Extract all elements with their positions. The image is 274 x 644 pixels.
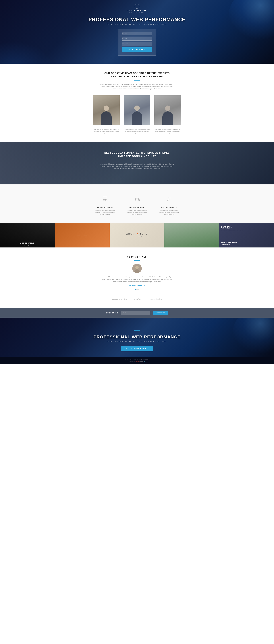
footer-bottom: © 2015 Your Logo. All Rights Reserved. D… (0, 357, 274, 364)
team-member-name: SAM KROMSTAIN (93, 126, 120, 128)
team-section-title: OUR CREATIVE TEAM CONSISTS OF THE EXPERT… (5, 72, 269, 78)
svg-rect-1 (104, 200, 104, 200)
svg-point-9 (167, 200, 168, 201)
portfolio-item-1[interactable]: ARE CREATIVE Whatever good things we bui… (0, 224, 55, 248)
features-section: WE ARE CREATIVE Lorem ipsum dolor sit am… (0, 184, 274, 224)
feature-desc: Lorem ipsum dolor sit amet conse ctetur … (125, 210, 149, 216)
portfolio-text-1: ARE CREATIVE (19, 242, 36, 244)
testimonials-section: TESTIMONIALS Lorem ipsum dolor sit amet … (0, 248, 274, 308)
subscribe-label: SUBSCRIBE (106, 312, 118, 314)
brand-name: CREATIVEZONE (127, 10, 147, 12)
hero-section: CREATIVEZONE WEB DESIGN STUDIO PROFESSIO… (0, 0, 274, 64)
team-section: OUR CREATIVE TEAM CONSISTS OF THE EXPERT… (0, 64, 274, 142)
portfolio-subtext-1: Whatever good things we build end (19, 244, 36, 246)
testimonials-title: TESTIMONIALS (5, 256, 269, 258)
feature-divider (167, 205, 171, 205)
svg-line-10 (168, 197, 169, 198)
phone-input[interactable] (122, 42, 152, 46)
feature-title: WE ARE CREATIVE (93, 207, 117, 208)
feature-title: WE ARE MODERN (125, 207, 149, 208)
hero-subtitle: CREATING SOMETHING SPECIAL FOR EACH CUST… (107, 24, 167, 25)
team-member-name: JOHN FRANKLIN (154, 126, 181, 128)
name-input[interactable] (122, 32, 152, 36)
footer-copyright: © 2015 Your Logo. All Rights Reserved. (2, 359, 272, 360)
feature-divider (135, 205, 139, 205)
feature-title: WE ARE EXPERTS (157, 207, 181, 208)
portfolio-item-3[interactable]: ARCHI + TURE of art + beauty FROM TEAM M… (110, 224, 164, 248)
footer-divider (134, 330, 140, 330)
partner-motocms: MotoCms (134, 298, 142, 300)
paint-icon (101, 195, 109, 203)
portfolio-item-5[interactable]: FUSION DESIGN LAB PORTFOLIO NEWS & FEATU… (219, 224, 274, 248)
subscribe-section: SUBSCRIBE SUBSCRIBE (0, 308, 274, 318)
footer-hero-subtitle: CREATING SOMETHING SPECIAL FOR EACH CUST… (5, 340, 269, 342)
logo-area: CREATIVEZONE WEB DESIGN STUDIO (127, 4, 147, 13)
team-section-desc: Lorem ipsum dolor sit amet conse ctetur … (100, 83, 174, 90)
subscribe-input[interactable] (121, 311, 150, 315)
partners-logos: TemplateMonster MotoCms templatetuning (5, 295, 269, 300)
services-section: BEST JOOMLA TEMPLATES, WORDPRESS THEMESA… (0, 142, 274, 184)
svg-rect-3 (105, 200, 106, 200)
team-photo-1 (93, 95, 120, 125)
coffee-icon (133, 195, 141, 203)
dot-2[interactable] (136, 289, 138, 290)
services-title: BEST JOOMLA TEMPLATES, WORDPRESS THEMESA… (5, 151, 269, 158)
team-card: ALAN SMITH Lorem ipsum dolor sit amet co… (124, 95, 150, 134)
feature-creative: WE ARE CREATIVE Lorem ipsum dolor sit am… (93, 195, 117, 216)
footer-designed-by: Designed by TemplateMonster 🐦 (2, 360, 272, 362)
get-started-button[interactable]: GET STARTED NOW! (122, 48, 152, 52)
feature-desc: Lorem ipsum dolor sit amet conse ctetur … (157, 210, 181, 216)
hero-form: GET STARTED NOW! (118, 29, 156, 56)
testimonial-name: MICHAEL FREEMAN (5, 285, 269, 286)
feature-desc: Lorem ipsum dolor sit amet conse ctetur … (93, 210, 117, 216)
hero-title: PROFESSIONAL WEB PERFORMANCE (89, 17, 185, 22)
team-member-desc: Lorem ipsum dolor sit amet conse ctetur … (124, 129, 150, 134)
feature-modern: WE ARE MODERN Lorem ipsum dolor sit amet… (125, 195, 149, 216)
testimonial-text: Lorem ipsum dolor sit amet conse ctetur … (100, 276, 174, 283)
team-member-name: ALAN SMITH (124, 126, 150, 128)
partner-templatetuning: templatetuning (149, 298, 163, 300)
testimonial-dots (5, 289, 269, 290)
features-grid: WE ARE CREATIVE Lorem ipsum dolor sit am… (5, 195, 269, 216)
email-input[interactable] (122, 37, 152, 40)
dot-3[interactable] (138, 289, 139, 290)
tools-icon (165, 195, 173, 203)
partner-templatemonster: TemplateMonster (111, 298, 127, 300)
brand-tagline: WEB DESIGN STUDIO (129, 12, 145, 13)
team-photo-2 (124, 95, 150, 125)
footer-hero-section: PROFESSIONAL WEB PERFORMANCE CREATING SO… (0, 318, 274, 357)
team-card: JOHN FRANKLIN Lorem ipsum dolor sit amet… (154, 95, 181, 134)
services-divider (134, 160, 140, 160)
portfolio-item-4[interactable] (164, 224, 219, 248)
feature-divider (103, 205, 107, 205)
portfolio-section: ARE CREATIVE Whatever good things we bui… (0, 224, 274, 248)
svg-point-12 (135, 266, 139, 269)
testimonial-avatar (132, 264, 142, 273)
subscribe-button[interactable]: SUBSCRIBE (153, 311, 168, 315)
team-grid: SAM KROMSTAIN Lorem ipsum dolor sit amet… (5, 95, 269, 134)
team-section-divider (134, 80, 140, 80)
portfolio-item-2[interactable]: — | — (55, 224, 110, 248)
team-member-desc: Lorem ipsum dolor sit amet conse ctetur … (93, 129, 120, 134)
team-photo-3 (154, 95, 181, 125)
services-desc: Lorem ipsum dolor sit amet conse ctetur … (100, 163, 174, 170)
footer-cta-button[interactable]: GET STARTED NOW! (121, 346, 153, 352)
testimonials-divider (134, 260, 140, 260)
footer-hero-title: PROFESSIONAL WEB PERFORMANCE (5, 334, 269, 340)
team-card: SAM KROMSTAIN Lorem ipsum dolor sit amet… (93, 95, 120, 134)
feature-experts: WE ARE EXPERTS Lorem ipsum dolor sit ame… (157, 195, 181, 216)
logo-icon (135, 4, 139, 9)
team-member-desc: Lorem ipsum dolor sit amet conse ctetur … (154, 129, 181, 134)
dot-1[interactable] (135, 289, 136, 290)
